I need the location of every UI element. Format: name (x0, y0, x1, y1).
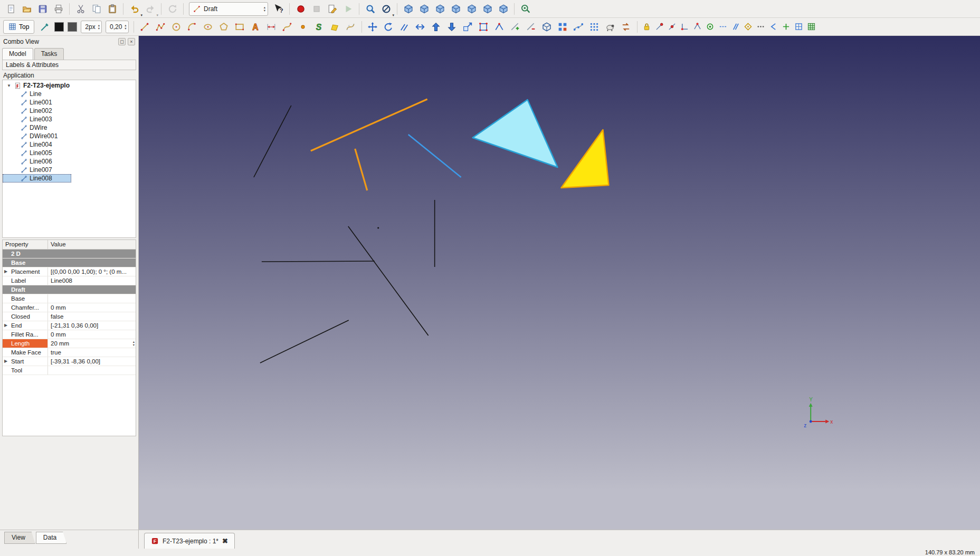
refresh-button[interactable] (165, 1, 180, 16)
print-button[interactable] (51, 1, 66, 16)
dropdown-arrow-icon[interactable]: ▾ (392, 13, 394, 17)
draft-draft2sketch-button[interactable] (619, 19, 634, 34)
construction-mode-button[interactable] (37, 19, 52, 34)
tree-item-line001[interactable]: Line001 (3, 98, 136, 107)
open-document-button[interactable] (19, 1, 34, 16)
property-row-placement[interactable]: ▶Placement[(0,00 0,00 1,00); 0 °; (0 m..… (3, 267, 136, 276)
expand-arrow-icon[interactable]: ▼ (7, 83, 12, 88)
draft-shape2dview-button[interactable] (539, 19, 555, 34)
expand-arrow-icon[interactable]: ▶ (4, 321, 7, 330)
close-panel-button[interactable]: × (128, 38, 135, 45)
tree-item-line007[interactable]: Line007 (3, 166, 136, 174)
dropdown-arrow-icon[interactable]: ▾ (156, 13, 158, 17)
sketch-line-diagonal[interactable] (348, 226, 429, 335)
expand-arrow-icon[interactable]: ▶ (4, 267, 7, 276)
cyan-triangle[interactable] (473, 100, 558, 167)
view-bottom-button[interactable] (480, 1, 495, 16)
zoom-box-button[interactable] (363, 1, 378, 16)
yellow-triangle[interactable] (561, 130, 608, 188)
snap-ortho-button[interactable] (767, 21, 779, 33)
property-row-base[interactable]: Base (3, 294, 136, 303)
save-button[interactable] (35, 1, 50, 16)
snap-midpoint-button[interactable] (666, 21, 678, 33)
draft-wire-button[interactable] (153, 19, 168, 34)
draft-offset-button[interactable] (397, 19, 412, 34)
whats-this-button[interactable]: ? (271, 1, 286, 16)
draft-clone-button[interactable] (603, 19, 618, 34)
draft-rectangle-button[interactable] (232, 19, 248, 34)
draft-arc-button[interactable] (185, 19, 200, 34)
macro-play-button[interactable] (340, 1, 356, 16)
property-group-2-d[interactable]: 2 D (3, 250, 136, 258)
tree-item-line006[interactable]: Line006 (3, 157, 136, 166)
draft-bspline-button[interactable] (280, 19, 295, 34)
draft-join-button[interactable] (492, 19, 507, 34)
draft-dimension-button[interactable] (264, 19, 279, 34)
draft-pointarray-button[interactable] (587, 19, 602, 34)
sketch-line-horizontal[interactable] (262, 261, 375, 262)
macro-stop-button[interactable] (309, 1, 324, 16)
stepper-arrows-icon[interactable]: ▴▾ (98, 24, 100, 30)
vertex-point[interactable] (377, 227, 379, 228)
expand-arrow-icon[interactable]: ▶ (4, 357, 7, 366)
draft-polygon-button[interactable] (216, 19, 232, 34)
draft-text-button[interactable]: A (248, 19, 263, 34)
property-row-chamfer[interactable]: Chamfer...0 mm (3, 303, 136, 312)
float-panel-button[interactable]: ◻ (118, 38, 126, 45)
draft-line-button[interactable] (137, 19, 153, 34)
draft-scale-button[interactable] (460, 19, 475, 34)
close-document-icon[interactable]: ✖ (222, 537, 228, 545)
blue-line[interactable] (408, 135, 461, 177)
line-color-swatch[interactable] (54, 22, 64, 32)
tree-item-dwire001[interactable]: DWire001 (3, 132, 136, 140)
face-color-swatch[interactable] (68, 22, 77, 32)
tree-item-dwire[interactable]: DWire (3, 123, 136, 132)
paste-button[interactable] (104, 1, 120, 16)
snap-special-button[interactable] (742, 21, 754, 33)
draft-array-button[interactable] (555, 19, 570, 34)
tree-root-item[interactable]: ▼F2-T23-ejemplo (3, 81, 136, 90)
labels-attributes-header[interactable]: Labels & Attributes (2, 60, 136, 70)
snap-workingplane-button[interactable] (793, 21, 805, 33)
line-width-combo[interactable]: 2px▴▾ (81, 21, 102, 33)
draft-shapestring-button[interactable]: S (311, 19, 327, 34)
tree-item-line002[interactable]: Line002 (3, 107, 136, 115)
sketch-line-lower[interactable] (260, 320, 349, 363)
snap-endpoint-button[interactable] (653, 21, 665, 33)
view-front-button[interactable] (416, 1, 432, 16)
orange-line-1[interactable] (311, 99, 427, 151)
property-row-fillet-ra[interactable]: Fillet Ra...0 mm (3, 330, 136, 339)
snap-perpendicular-button[interactable] (679, 21, 691, 33)
3d-viewport[interactable]: Yxz (139, 36, 980, 530)
draft-downgrade-button[interactable] (444, 19, 460, 34)
tab-model[interactable]: Model (2, 48, 33, 60)
undo-button[interactable]: ▾ (127, 1, 142, 16)
tab-view[interactable]: View (4, 532, 35, 544)
value-column-header[interactable]: Value (48, 240, 136, 249)
workbench-selector[interactable]: Draft▴▾ (189, 2, 268, 16)
snap-grid-button[interactable] (780, 21, 792, 33)
property-group-draft[interactable]: Draft (3, 285, 136, 294)
snap-angle-button[interactable] (691, 21, 703, 33)
tab-data[interactable]: Data (36, 532, 66, 544)
property-row-label[interactable]: LabelLine008 (3, 276, 136, 285)
draw-style-button[interactable]: ▾ (378, 1, 394, 16)
sketch-line-1[interactable] (254, 106, 291, 177)
snap-extension-button[interactable] (717, 21, 729, 33)
view-top-button[interactable] (432, 1, 448, 16)
draft-rotate-button[interactable] (381, 19, 396, 34)
property-row-tool[interactable]: Tool (3, 366, 136, 375)
snap-near-button[interactable] (755, 21, 767, 33)
property-row-start[interactable]: ▶Start[-39,31 -8,36 0,00] (3, 357, 136, 366)
draft-patharray-button[interactable] (571, 19, 586, 34)
draft-addpoint-button[interactable] (508, 19, 523, 34)
tree-item-line005[interactable]: Line005 (3, 149, 136, 157)
property-row-length[interactable]: Length20 mm▴▾ (3, 339, 136, 348)
draft-bezier-button[interactable] (343, 19, 358, 34)
redo-button[interactable]: ▾ (142, 1, 158, 16)
value-stepper[interactable]: ▴▾ (133, 340, 135, 347)
property-row-closed[interactable]: Closedfalse (3, 312, 136, 321)
scale-spinbox[interactable]: 0,20▴▾ (106, 21, 129, 33)
tree-item-line[interactable]: Line (3, 90, 136, 98)
draft-delpoint-button[interactable] (524, 19, 539, 34)
